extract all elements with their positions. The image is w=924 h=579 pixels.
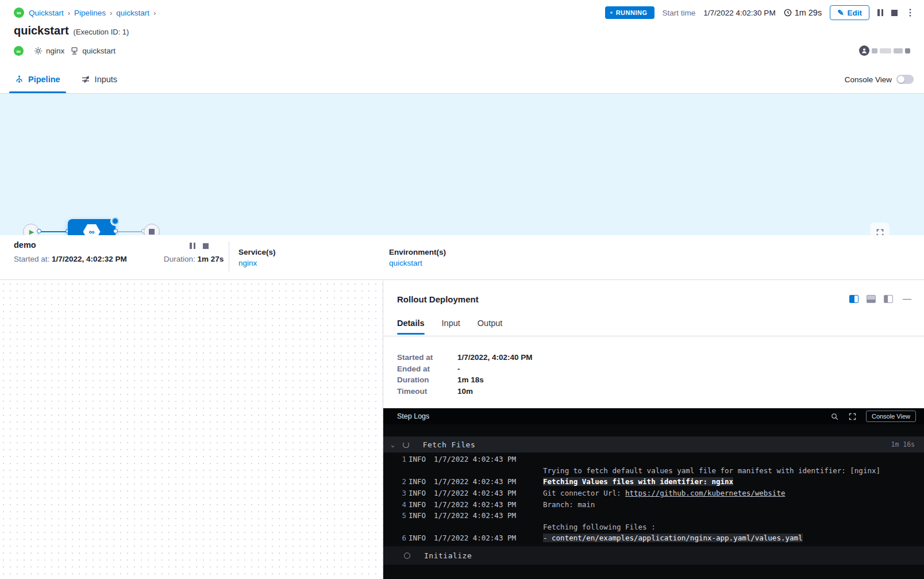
avatar (859, 45, 869, 56)
step-logs-title: Step Logs (397, 412, 429, 420)
stage-name: demo (14, 240, 36, 250)
infrastructure-icon (70, 47, 79, 55)
stage-pause-button[interactable] (190, 243, 195, 249)
step-logs-body: ⌄ Fetch Files 1m 16s 1INFO1/7/2022 4:02:… (383, 424, 924, 579)
redacted-text (880, 48, 891, 53)
breadcrumb-link[interactable]: quickstart (116, 9, 149, 17)
environments-label: Environment(s) (389, 248, 446, 256)
details-label: Duration (397, 375, 457, 384)
breadcrumb-separator-icon: › (110, 9, 112, 17)
loading-spinner-icon (403, 442, 409, 448)
environment-tag: quickstart (70, 47, 116, 55)
details-row: Duration1m 18s (397, 374, 533, 386)
log-section-fetch-files[interactable]: ⌄ Fetch Files 1m 16s (383, 436, 924, 453)
details-value: 1m 18s (457, 375, 484, 384)
log-line: 6INFO1/7/2022 4:02:43 PM- content/en/exa… (383, 532, 924, 544)
environment-link[interactable]: quickstart (389, 259, 422, 267)
connector-dot (113, 229, 118, 233)
service-link[interactable]: nginx (238, 259, 257, 267)
play-icon: ▶ (29, 228, 34, 236)
cd-module-icon: ∞ (14, 46, 24, 56)
connector-dot (37, 229, 41, 233)
stop-icon (149, 229, 155, 235)
layout-right-panel-button[interactable] (849, 295, 858, 303)
panel-minimize-button[interactable]: — (903, 293, 911, 303)
log-section-duration: 1m 16s (891, 440, 915, 448)
start-time-value: 1/7/2022 4:02:30 PM (703, 9, 775, 17)
log-line: 1INFO1/7/2022 4:02:43 PM (383, 454, 924, 465)
details-row: Timeout10m (397, 386, 533, 397)
tab-inputs[interactable]: Inputs (75, 65, 124, 93)
log-link[interactable]: https://github.com/kubernetes/website (625, 489, 785, 497)
stop-button[interactable] (891, 10, 898, 16)
breadcrumb-separator-icon: › (153, 9, 156, 17)
details-label: Started at (397, 353, 457, 362)
details-label: Timeout (397, 387, 457, 396)
stage-summary-bar: demo Started at: 1/7/2022, 4:02:32 PM Du… (0, 235, 924, 280)
details-value: 1/7/2022, 4:02:40 PM (457, 353, 533, 362)
details-label: Ended at (397, 365, 457, 373)
console-view-toggle[interactable] (896, 75, 914, 84)
execution-id: (Execution ID: 1) (74, 28, 129, 36)
redacted-text (905, 48, 910, 53)
running-dot-icon (610, 11, 613, 14)
details-table: Started at1/7/2022, 4:02:40 PMEnded at-D… (397, 352, 533, 397)
status-badge: RUNNING (605, 6, 654, 19)
duration-label: Duration: (164, 255, 195, 263)
layout-bottom-panel-button[interactable] (867, 295, 876, 303)
details-row: Started at1/7/2022, 4:02:40 PM (397, 352, 533, 363)
log-line: 3INFO1/7/2022 4:02:43 PMGit connector Ur… (383, 488, 924, 499)
log-line: Fetching following Files : (383, 522, 924, 533)
stage-stop-button[interactable] (203, 243, 209, 249)
duration-value: 1m 27s (198, 255, 224, 263)
log-line: 5INFO1/7/2022 4:02:43 PM (383, 510, 924, 522)
breadcrumb-link[interactable]: Pipelines (74, 9, 106, 17)
service-tag: nginx (34, 47, 64, 55)
pipeline-canvas[interactable]: ▶ ∞ demo + − (0, 94, 924, 235)
tab-input[interactable]: Input (442, 319, 460, 335)
breadcrumb-separator-icon: › (68, 9, 70, 17)
log-line: 2INFO1/7/2022 4:02:43 PMFetching Values … (383, 476, 924, 488)
layout-left-panel-button[interactable] (884, 295, 893, 303)
log-section-initialize[interactable]: Initialize (383, 546, 924, 565)
step-logs: Step Logs Console View ⌄ Fetch Files 1m … (383, 408, 924, 579)
view-tabbar: Pipeline Inputs Console View (0, 65, 924, 94)
page-title: quickstart (14, 24, 69, 37)
divider (383, 336, 924, 336)
page: ∞ Quickstart›Pipelines›quickstart› RUNNI… (0, 0, 924, 579)
elapsed-time: 1m 29s (784, 8, 822, 17)
log-line: Trying to fetch default values yaml file… (383, 465, 924, 477)
divider (229, 241, 229, 271)
redacted-text (872, 48, 877, 53)
log-section-title: Initialize (424, 551, 472, 560)
redacted-text (894, 48, 903, 53)
logs-fullscreen-icon[interactable] (848, 412, 857, 421)
step-logs-header: Step Logs Console View (383, 408, 924, 424)
execution-graph-canvas[interactable]: ✓ ✓ Service Infrastructure Resource Cons… (0, 281, 383, 579)
more-options-button[interactable]: ⋮ (906, 8, 915, 17)
search-icon[interactable] (830, 412, 839, 421)
edge (39, 231, 68, 232)
tab-pipeline[interactable]: Pipeline (9, 65, 66, 93)
details-value: 10m (457, 387, 473, 396)
log-line: 4INFO1/7/2022 4:02:43 PMBranch: main (383, 499, 924, 510)
services-label: Service(s) (238, 248, 276, 256)
pipeline-icon (15, 75, 24, 83)
edge (118, 231, 144, 232)
details-row: Ended at- (397, 363, 533, 375)
tab-details[interactable]: Details (397, 319, 425, 335)
step-details-panel: Rollout Deployment — Details Input Outpu… (383, 281, 924, 579)
logs-console-view-button[interactable]: Console View (866, 411, 916, 422)
pencil-icon: ✎ (837, 8, 844, 17)
tab-output[interactable]: Output (478, 319, 503, 335)
panel-title: Rollout Deployment (397, 294, 479, 304)
user-info (859, 45, 910, 56)
breadcrumb-link[interactable]: Quickstart (29, 9, 64, 17)
pause-button[interactable] (877, 9, 883, 16)
breadcrumb: Quickstart›Pipelines›quickstart› (29, 9, 160, 17)
running-spinner-icon (111, 217, 119, 225)
pending-circle-icon (404, 553, 410, 559)
edit-button[interactable]: ✎ Edit (830, 5, 869, 20)
started-at-label: Started at: (14, 255, 49, 263)
console-view-label: Console View (845, 75, 892, 84)
